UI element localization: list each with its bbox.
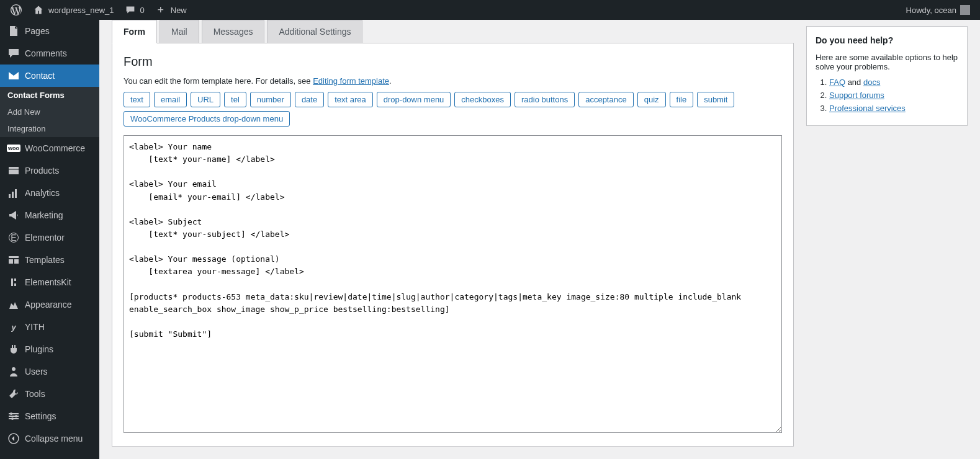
sidebar-item-label: Marketing xyxy=(25,210,63,220)
wp-logo[interactable] xyxy=(5,0,27,20)
tab-additional-settings[interactable]: Additional Settings xyxy=(267,20,362,43)
tag-button-number[interactable]: number xyxy=(250,92,291,107)
plus-icon: + xyxy=(155,4,167,16)
tag-button-quiz[interactable]: quiz xyxy=(637,92,666,107)
sidebar-subitem-integration[interactable]: Integration xyxy=(0,120,99,137)
sidebar-item-woocommerce[interactable]: wooWooCommerce xyxy=(0,137,99,159)
contact-icon xyxy=(7,69,20,82)
help-link[interactable]: docs xyxy=(863,78,880,87)
sidebar-subitem-contact-forms[interactable]: Contact Forms xyxy=(0,87,99,104)
tag-button-email[interactable]: email xyxy=(154,92,187,107)
tag-button-radio-buttons[interactable]: radio buttons xyxy=(515,92,575,107)
svg-point-10 xyxy=(11,417,14,420)
help-link[interactable]: FAQ xyxy=(829,78,845,87)
desc-prefix: You can edit the form template here. For… xyxy=(124,76,313,86)
svg-point-8 xyxy=(10,412,12,415)
admin-topbar: wordpress_new_1 0 + New Howdy, ocean xyxy=(0,0,980,20)
sidebar-item-elementor[interactable]: EElementor xyxy=(0,226,99,249)
sidebar-item-label: Analytics xyxy=(25,188,60,198)
svg-point-9 xyxy=(15,415,17,417)
site-name-text: wordpress_new_1 xyxy=(48,6,114,15)
main-content: FormMailMessagesAdditional Settings Form… xyxy=(99,20,806,459)
tag-button-checkboxes[interactable]: checkboxes xyxy=(454,92,511,107)
tab-row: FormMailMessagesAdditional Settings xyxy=(112,20,794,43)
admin-sidebar: PagesCommentsContactContact FormsAdd New… xyxy=(0,20,99,459)
help-intro: Here are some available options to help … xyxy=(816,53,958,71)
collapse-icon xyxy=(7,432,20,445)
help-list-item: Support forums xyxy=(829,91,958,100)
yith-icon: y xyxy=(7,321,20,333)
tools-icon xyxy=(7,388,20,400)
woo-icon: woo xyxy=(7,142,20,154)
comments-link[interactable]: 0 xyxy=(119,0,150,20)
tab-form[interactable]: Form xyxy=(112,20,157,43)
sidebar-item-label: Products xyxy=(25,166,59,176)
sidebar-item-settings[interactable]: Settings xyxy=(0,405,99,427)
svg-rect-0 xyxy=(9,167,19,174)
sidebar-item-users[interactable]: Users xyxy=(0,360,99,383)
sidebar-item-label: Tools xyxy=(25,389,45,399)
sidebar-item-plugins[interactable]: Plugins xyxy=(0,338,99,360)
sidebar-item-label: Templates xyxy=(25,255,65,265)
new-label: New xyxy=(171,6,187,15)
sidebar-item-label: Collapse menu xyxy=(25,434,83,443)
tag-button-url[interactable]: URL xyxy=(191,92,220,107)
tag-button-file[interactable]: file xyxy=(670,92,694,107)
settings-icon xyxy=(7,410,20,422)
help-list-item: Professional services xyxy=(829,104,958,113)
svg-rect-3 xyxy=(15,189,17,198)
sidebar-item-templates[interactable]: Templates xyxy=(0,249,99,271)
tag-button-tel[interactable]: tel xyxy=(224,92,246,107)
wordpress-icon xyxy=(10,4,22,16)
elementor-icon: E xyxy=(7,231,20,244)
tag-button-text-area[interactable]: text area xyxy=(328,92,373,107)
sidebar-item-products[interactable]: Products xyxy=(0,159,99,182)
users-icon xyxy=(7,365,20,378)
tag-button-date[interactable]: date xyxy=(295,92,324,107)
comments-icon xyxy=(7,47,20,60)
editing-template-link[interactable]: Editing form template xyxy=(313,76,389,86)
sidebar-item-analytics[interactable]: Analytics xyxy=(0,182,99,204)
help-link[interactable]: Support forums xyxy=(829,91,884,100)
sidebar-item-label: Pages xyxy=(25,26,50,36)
tag-buttons-row-2: WooCommerce Products drop-down menu xyxy=(124,111,782,127)
tab-messages[interactable]: Messages xyxy=(202,20,265,43)
sidebar-item-label: Settings xyxy=(25,411,56,421)
avatar-icon xyxy=(960,5,970,15)
sidebar-item-contact[interactable]: Contact xyxy=(0,65,99,87)
sidebar-item-appearance[interactable]: Appearance xyxy=(0,293,99,316)
sidebar-item-elementskit[interactable]: ElementsKit xyxy=(0,271,99,293)
sidebar-item-yith[interactable]: yYITH xyxy=(0,316,99,338)
pages-icon xyxy=(7,25,20,37)
help-link[interactable]: Professional services xyxy=(829,104,906,113)
sidebar-item-pages[interactable]: Pages xyxy=(0,20,99,42)
tag-buttons-row-1: textemailURLtelnumberdatetext areadrop-d… xyxy=(124,92,782,107)
panel-heading: Form xyxy=(124,55,782,69)
tag-button-submit[interactable]: submit xyxy=(697,92,734,107)
help-box: Do you need help? Here are some availabl… xyxy=(806,26,968,126)
tag-button-woocommerce-products-drop-down-menu[interactable]: WooCommerce Products drop-down menu xyxy=(124,111,290,127)
sidebar-item-collapse-menu[interactable]: Collapse menu xyxy=(0,427,99,450)
site-name-link[interactable]: wordpress_new_1 xyxy=(27,0,119,20)
sidebar-item-tools[interactable]: Tools xyxy=(0,383,99,405)
tag-button-text[interactable]: text xyxy=(124,92,150,107)
topbar-left: wordpress_new_1 0 + New xyxy=(5,0,192,20)
sidebar-item-marketing[interactable]: Marketing xyxy=(0,204,99,226)
topbar-right[interactable]: Howdy, ocean xyxy=(901,5,975,15)
sidebar-subitem-add-new[interactable]: Add New xyxy=(0,104,99,120)
help-list-item: FAQ and docs xyxy=(829,78,958,87)
home-icon xyxy=(32,4,45,16)
analytics-icon xyxy=(7,187,20,199)
svg-rect-1 xyxy=(9,194,11,198)
new-link[interactable]: + New xyxy=(150,0,192,20)
tag-button-drop-down-menu[interactable]: drop-down menu xyxy=(377,92,451,107)
form-template-textarea[interactable] xyxy=(124,135,782,433)
marketing-icon xyxy=(7,209,20,221)
products-icon xyxy=(7,164,20,177)
desc-suffix: . xyxy=(389,76,392,86)
tab-mail[interactable]: Mail xyxy=(160,20,199,43)
sidebar-item-label: Plugins xyxy=(25,344,53,354)
svg-rect-2 xyxy=(12,192,14,198)
sidebar-item-comments[interactable]: Comments xyxy=(0,42,99,65)
tag-button-acceptance[interactable]: acceptance xyxy=(578,92,634,107)
